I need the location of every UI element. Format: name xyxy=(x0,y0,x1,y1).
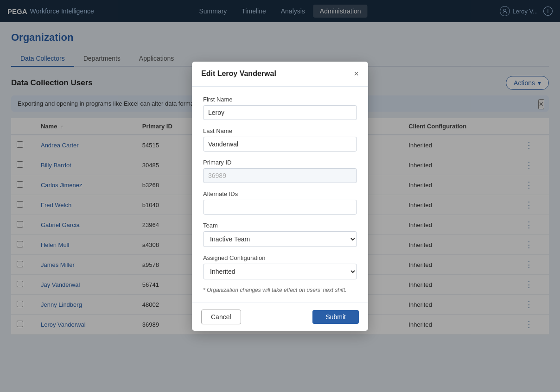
first-name-input[interactable] xyxy=(203,105,357,120)
alternate-ids-input[interactable] xyxy=(203,200,357,215)
modal-close-button[interactable]: × xyxy=(354,69,359,79)
last-name-group: Last Name xyxy=(203,127,357,152)
modal-title: Edit Leroy Vanderwal xyxy=(201,70,276,78)
first-name-group: First Name xyxy=(203,96,357,120)
form-note: * Organization changes will take effect … xyxy=(203,287,357,293)
team-label: Team xyxy=(203,222,357,229)
modal-footer: Cancel Submit xyxy=(192,303,368,331)
modal-header: Edit Leroy Vanderwal × xyxy=(192,62,368,87)
primary-id-input[interactable] xyxy=(203,168,357,183)
assigned-config-select[interactable]: Inherited Custom xyxy=(203,264,357,279)
alternate-ids-label: Alternate IDs xyxy=(203,190,357,197)
edit-user-modal: Edit Leroy Vanderwal × First Name Last N… xyxy=(192,62,368,331)
primary-id-label: Primary ID xyxy=(203,159,357,166)
first-name-label: First Name xyxy=(203,96,357,103)
modal-overlay: Edit Leroy Vanderwal × First Name Last N… xyxy=(0,0,560,344)
modal-body: First Name Last Name Primary ID Alternat… xyxy=(192,87,368,303)
team-group: Team Inactive Team Team 535 Billing T2 xyxy=(203,222,357,247)
primary-id-group: Primary ID xyxy=(203,159,357,183)
cancel-button[interactable]: Cancel xyxy=(201,310,241,324)
assigned-config-group: Assigned Configuration Inherited Custom xyxy=(203,254,357,279)
alternate-ids-group: Alternate IDs xyxy=(203,190,357,215)
team-select[interactable]: Inactive Team Team 535 Billing T2 xyxy=(203,231,357,247)
assigned-config-label: Assigned Configuration xyxy=(203,254,357,261)
last-name-label: Last Name xyxy=(203,127,357,134)
submit-button[interactable]: Submit xyxy=(312,310,359,324)
last-name-input[interactable] xyxy=(203,137,357,152)
